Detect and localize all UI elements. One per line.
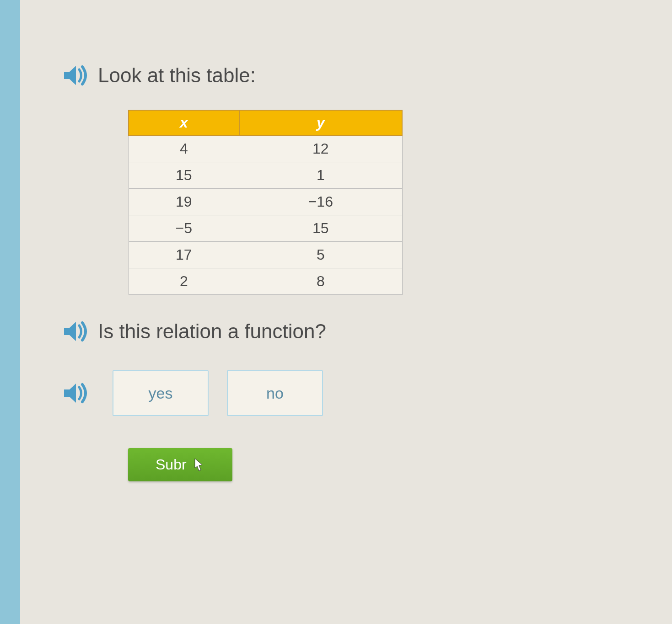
option-no-button[interactable]: no [227,370,323,416]
table-cell: 17 [129,242,239,268]
table-row: 19 −16 [129,189,402,215]
table-row: 15 1 [129,162,402,189]
data-table-wrap: x y 4 12 15 1 19 −16 −5 [128,110,494,295]
cursor-icon [191,457,205,473]
table-cell: 2 [129,268,239,295]
option-yes-button[interactable]: yes [113,370,209,416]
table-row: 2 8 [129,268,402,295]
submit-row: Subr [128,448,494,481]
prompt-text-1: Look at this table: [98,64,256,87]
speaker-icon[interactable] [64,321,90,342]
prompt-text-2: Is this relation a function? [98,320,326,343]
prompt-line-1: Look at this table: [64,64,494,87]
table-cell: 12 [239,135,402,162]
table-header-y: y [239,110,402,135]
table-cell: 4 [129,135,239,162]
table-cell: 15 [239,215,402,242]
speaker-icon[interactable] [64,65,90,86]
table-header-row: x y [129,110,402,135]
table-row: 17 5 [129,242,402,268]
table-cell: 15 [129,162,239,189]
table-header-x: x [129,110,239,135]
submit-button[interactable]: Subr [128,448,232,481]
table-row: −5 15 [129,215,402,242]
answer-options: yes no [64,370,494,416]
speaker-icon[interactable] [64,383,90,404]
submit-label: Subr [156,456,187,473]
table-cell: 1 [239,162,402,189]
table-cell: 8 [239,268,402,295]
table-cell: 5 [239,242,402,268]
table-row: 4 12 [129,135,402,162]
table-cell: 19 [129,189,239,215]
table-cell: −16 [239,189,402,215]
data-table: x y 4 12 15 1 19 −16 −5 [128,110,403,295]
question-content: Look at this table: x y 4 12 15 1 [27,18,531,500]
prompt-line-2: Is this relation a function? [64,320,494,343]
table-cell: −5 [129,215,239,242]
